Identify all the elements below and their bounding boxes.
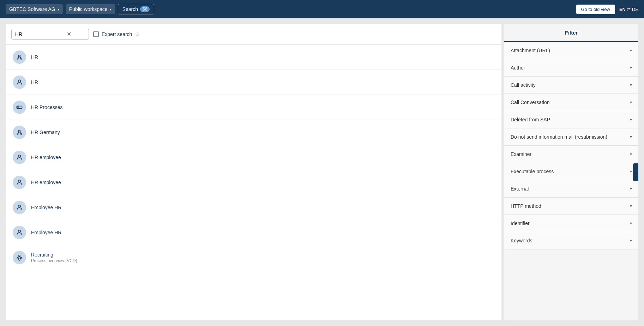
company-label: GBTEC Software AG: [9, 6, 55, 12]
svg-line-4: [19, 57, 21, 58]
filter-item-chevron-icon: ▾: [630, 65, 632, 70]
company-dropdown[interactable]: GBTEC Software AG ▾: [6, 4, 63, 14]
search-button[interactable]: Search 56: [118, 4, 155, 14]
filter-item-label: Attachment (URL): [511, 48, 550, 53]
result-title: HR employee: [31, 155, 61, 160]
result-item[interactable]: HR employee: [6, 170, 501, 195]
filter-item[interactable]: Attachment (URL) ▾: [504, 42, 638, 59]
result-info: Employee HR: [31, 230, 61, 235]
filter-item-chevron-icon: ▾: [630, 83, 632, 87]
svg-line-11: [18, 132, 19, 133]
filter-item-label: Deleted from SAP: [511, 117, 550, 122]
result-info: Employee HR: [31, 205, 61, 210]
search-input-wrapper: ✕: [11, 29, 89, 40]
clear-search-button[interactable]: ✕: [67, 31, 71, 37]
result-icon-person: [13, 201, 26, 214]
result-item[interactable]: Employee HR: [6, 220, 501, 245]
svg-line-12: [19, 132, 21, 133]
filter-item[interactable]: Author ▾: [504, 59, 638, 77]
result-subtitle: Process overview (VCD): [31, 258, 77, 263]
svg-point-8: [19, 130, 20, 132]
language-switcher: EN ⇄ DE: [619, 7, 638, 12]
result-title: HR: [31, 54, 38, 60]
filter-item-label: Do not send information mail (resubmissi…: [511, 134, 607, 140]
filter-item-chevron-icon: ▾: [630, 100, 632, 105]
svg-point-17: [19, 255, 20, 256]
star-icon: ☆: [135, 31, 140, 37]
result-item[interactable]: HR employee: [6, 145, 501, 170]
result-item[interactable]: HR Processes: [6, 95, 501, 120]
filter-item-chevron-icon: ▾: [630, 117, 632, 122]
result-icon-person: [13, 76, 26, 89]
result-icon-person: [13, 226, 26, 239]
svg-line-21: [18, 256, 19, 258]
svg-point-14: [18, 180, 21, 182]
result-title: HR: [31, 79, 38, 85]
result-item[interactable]: HR: [6, 70, 501, 95]
workspace-chevron-icon: ▾: [110, 7, 112, 11]
filter-item[interactable]: Call activity ▾: [504, 77, 638, 94]
result-item[interactable]: Employee HR: [6, 195, 501, 220]
search-panel: ✕ Expert search ☆ HR: [6, 24, 501, 320]
svg-point-10: [20, 133, 22, 134]
filter-item-label: Examiner: [511, 151, 531, 157]
results-list: HR HR HR Processes: [6, 45, 501, 320]
filter-item-label: Executable process: [511, 169, 554, 174]
result-title: Recruiting: [31, 252, 77, 258]
filter-item[interactable]: Examiner ▾: [504, 146, 638, 163]
search-button-label: Search: [122, 6, 138, 12]
filter-item[interactable]: External ▾: [504, 180, 638, 198]
filter-items-list: Attachment (URL) ▾ Author ▾ Call activit…: [504, 42, 638, 320]
filter-item[interactable]: Executable process ▾: [504, 163, 638, 180]
top-navigation: GBTEC Software AG ▾ Public workspace ▾ S…: [0, 0, 644, 18]
filter-item-label: HTTP method: [511, 203, 541, 209]
filter-item-label: Keywords: [511, 238, 532, 243]
search-input[interactable]: [15, 31, 65, 37]
filter-title: Filter: [504, 24, 638, 42]
filter-item[interactable]: Identifier ▾: [504, 215, 638, 232]
svg-line-3: [18, 57, 19, 58]
filter-item[interactable]: Do not send information mail (resubmissi…: [504, 128, 638, 146]
result-icon-shape: [13, 101, 26, 114]
workspace-dropdown[interactable]: Public workspace ▾: [66, 4, 115, 14]
lang-de[interactable]: DE: [632, 7, 638, 12]
result-title: HR employee: [31, 180, 61, 185]
filter-item-label: Call activity: [511, 82, 536, 88]
filter-item[interactable]: Deleted from SAP ▾: [504, 111, 638, 128]
svg-point-1: [17, 58, 18, 59]
svg-point-0: [19, 55, 20, 57]
filter-item-chevron-icon: ▾: [630, 48, 632, 53]
result-title: Employee HR: [31, 230, 61, 235]
expert-search-checkbox[interactable]: [93, 31, 99, 37]
svg-point-16: [18, 230, 21, 233]
result-icon-process: [13, 126, 26, 139]
result-title: Employee HR: [31, 205, 61, 210]
favorite-star-button[interactable]: ☆: [135, 31, 140, 38]
result-icon-person: [13, 176, 26, 189]
filter-item-chevron-icon: ▾: [630, 238, 632, 243]
workspace-label: Public workspace: [69, 6, 108, 12]
result-info: HR Germany: [31, 129, 60, 135]
filter-item-label: External: [511, 186, 529, 192]
result-info: HR: [31, 79, 38, 85]
result-item[interactable]: HR Germany: [6, 120, 501, 145]
filter-item-label: Author: [511, 65, 525, 71]
collapse-panel-button[interactable]: ›: [633, 163, 638, 181]
result-icon-group: [13, 251, 26, 264]
lang-en[interactable]: EN: [619, 7, 626, 12]
result-title: HR Germany: [31, 129, 60, 135]
filter-item-chevron-icon: ▾: [630, 152, 632, 157]
filter-item[interactable]: Keywords ▾: [504, 232, 638, 249]
filter-item-chevron-icon: ▾: [630, 134, 632, 139]
result-info: HR employee: [31, 155, 61, 160]
result-item[interactable]: HR: [6, 45, 501, 70]
result-item[interactable]: Recruiting Process overview (VCD): [6, 245, 501, 270]
go-to-old-view-button[interactable]: Go to old view: [576, 5, 615, 14]
svg-point-5: [18, 80, 21, 82]
expert-search-wrapper: Expert search ☆: [93, 31, 140, 38]
filter-item[interactable]: Call Conversation ▾: [504, 94, 638, 111]
expert-search-label[interactable]: Expert search: [102, 31, 132, 37]
filter-item[interactable]: HTTP method ▾: [504, 198, 638, 215]
svg-point-2: [20, 58, 22, 59]
filter-panel: Filter Attachment (URL) ▾ Author ▾ Call …: [504, 24, 638, 320]
